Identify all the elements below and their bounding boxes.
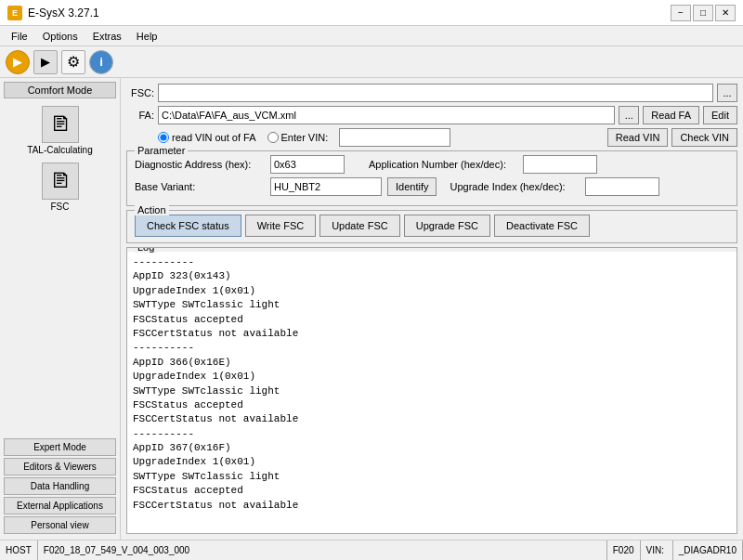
- fsc-browse-btn[interactable]: ...: [717, 84, 737, 102]
- menu-help[interactable]: Help: [129, 29, 165, 44]
- menu-options[interactable]: Options: [35, 29, 85, 44]
- external-applications-btn[interactable]: External Applications: [4, 497, 116, 514]
- upgrade-fsc-btn[interactable]: Upgrade FSC: [404, 215, 490, 237]
- radio-read-vin-fa-label: read VIN out of FA: [172, 132, 256, 143]
- action-group-title: Action: [135, 204, 169, 215]
- edit-fa-btn[interactable]: Edit: [703, 106, 737, 124]
- upgrade-index-label: Upgrade Index (hex/dec):: [450, 181, 580, 192]
- main-layout: Comfort Mode 🖹 TAL-Calculating 🖹 FSC Exp…: [0, 78, 743, 540]
- identify-btn[interactable]: Identify: [387, 177, 437, 196]
- status-host: HOST: [0, 540, 38, 560]
- fsc-input[interactable]: [158, 84, 713, 102]
- window-controls: − □ ✕: [671, 5, 736, 21]
- fa-label: FA:: [126, 110, 154, 121]
- base-variant-label: Base Variant:: [135, 181, 265, 192]
- app-number-label: Application Number (hex/dec):: [369, 159, 517, 170]
- menu-bar: File Options Extras Help: [0, 26, 743, 46]
- log-section: Log ----------AppID 323(0x143)UpgradeInd…: [126, 247, 737, 534]
- toolbar-info-btn[interactable]: i: [89, 50, 113, 74]
- fa-browse-btn[interactable]: ...: [619, 106, 639, 124]
- status-vin: VIN:: [641, 540, 673, 560]
- diag-address-label: Diagnostic Address (hex):: [135, 159, 265, 170]
- update-fsc-btn[interactable]: Update FSC: [319, 215, 400, 237]
- parameter-group: Parameter Diagnostic Address (hex): Appl…: [126, 150, 737, 206]
- status-diag: _DIAGADR10: [673, 540, 743, 560]
- log-content[interactable]: ----------AppID 323(0x143)UpgradeIndex 1…: [127, 252, 736, 533]
- app-icon: E: [7, 6, 22, 20]
- data-handling-btn[interactable]: Data Handling: [4, 477, 116, 495]
- toolbar-back-btn[interactable]: ▶: [6, 50, 30, 74]
- toolbar-home-btn[interactable]: ⚙: [61, 50, 85, 74]
- minimize-button[interactable]: −: [671, 5, 691, 21]
- status-f020: F020: [607, 540, 641, 560]
- vin-row: read VIN out of FA Enter VIN: Read VIN C…: [126, 128, 737, 147]
- parameter-group-title: Parameter: [135, 145, 188, 156]
- action-group: Action Check FSC status Write FSC Update…: [126, 210, 737, 243]
- read-fa-btn[interactable]: Read FA: [643, 106, 699, 124]
- radio-read-vin-fa[interactable]: read VIN out of FA: [158, 132, 256, 143]
- toolbar-forward-btn[interactable]: ▶: [33, 50, 58, 74]
- tal-calculating-icon: 🖹: [42, 106, 79, 143]
- sidebar-item-fsc[interactable]: 🖹 FSC: [4, 159, 116, 215]
- window-title: E-SysX 3.27.1: [28, 7, 99, 20]
- write-fsc-btn[interactable]: Write FSC: [245, 215, 317, 237]
- upgrade-index-input[interactable]: [585, 177, 659, 196]
- action-buttons: Check FSC status Write FSC Update FSC Up…: [135, 215, 729, 237]
- editors-viewers-btn[interactable]: Editors & Viewers: [4, 458, 116, 475]
- tal-calculating-label: TAL-Calculating: [27, 145, 92, 155]
- check-vin-btn[interactable]: Check VIN: [671, 128, 737, 147]
- menu-file[interactable]: File: [4, 29, 35, 44]
- status-bar: HOST F020_18_07_549_V_004_003_000 F020 V…: [0, 540, 743, 560]
- check-fsc-status-btn[interactable]: Check FSC status: [135, 215, 241, 237]
- base-variant-input[interactable]: [270, 177, 382, 196]
- toolbar: ▶ ▶ ⚙ i: [0, 46, 743, 78]
- log-title: Log: [135, 247, 157, 253]
- expert-mode-btn[interactable]: Expert Mode: [4, 438, 116, 456]
- close-button[interactable]: ✕: [715, 5, 736, 21]
- maximize-button[interactable]: □: [693, 5, 713, 21]
- vin-input[interactable]: [339, 128, 450, 147]
- radio-enter-vin-input[interactable]: [267, 132, 279, 143]
- sidebar-section-title: Comfort Mode: [4, 82, 116, 98]
- personal-view-btn[interactable]: Personal view: [4, 516, 116, 534]
- fsc-row: FSC: ...: [126, 84, 737, 102]
- status-main: F020_18_07_549_V_004_003_000: [38, 540, 607, 560]
- radio-enter-vin-label: Enter VIN:: [281, 132, 329, 143]
- diag-address-input[interactable]: [270, 155, 345, 174]
- sidebar-item-tal-calculating[interactable]: 🖹 TAL-Calculating: [4, 102, 116, 159]
- deactivate-fsc-btn[interactable]: Deactivate FSC: [494, 215, 590, 237]
- fsc-icon: 🖹: [42, 163, 79, 200]
- fsc-label: FSC: [51, 202, 70, 212]
- read-vin-btn[interactable]: Read VIN: [607, 128, 669, 147]
- app-number-input[interactable]: [523, 155, 597, 174]
- title-bar: E E-SysX 3.27.1 − □ ✕: [0, 0, 743, 26]
- vin-radio-group: read VIN out of FA Enter VIN:: [158, 128, 450, 147]
- base-variant-row: Base Variant: Identify Upgrade Index (he…: [135, 177, 729, 196]
- content-area: FSC: ... FA: ... Read FA Edit read VIN o…: [121, 78, 743, 540]
- radio-read-vin-fa-input[interactable]: [158, 132, 169, 143]
- sidebar: Comfort Mode 🖹 TAL-Calculating 🖹 FSC Exp…: [0, 78, 121, 540]
- fa-row: FA: ... Read FA Edit: [126, 106, 737, 124]
- fa-input[interactable]: [158, 106, 615, 124]
- fsc-label: FSC:: [126, 87, 154, 98]
- radio-enter-vin[interactable]: Enter VIN:: [267, 132, 329, 143]
- diag-address-row: Diagnostic Address (hex): Application Nu…: [135, 155, 729, 174]
- menu-extras[interactable]: Extras: [85, 29, 129, 44]
